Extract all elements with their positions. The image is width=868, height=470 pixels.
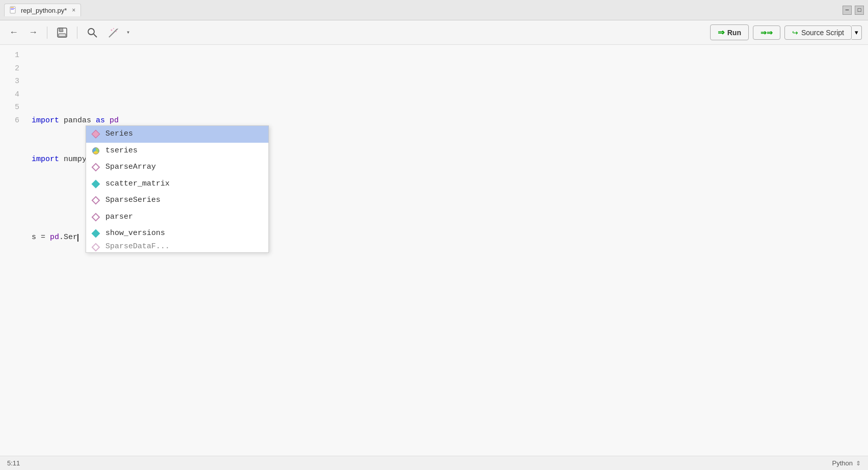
scatter-matrix-icon	[91, 179, 100, 189]
wand-dropdown[interactable]: ▾	[126, 29, 130, 36]
forward-icon: →	[29, 27, 38, 38]
source-script-group: ↪ Source Script ▾	[784, 25, 862, 40]
file-icon	[10, 6, 18, 14]
editor-area[interactable]: 1 2 3 4 5 6 import pandas as pd import n…	[0, 45, 868, 456]
tseries-icon	[91, 146, 100, 155]
run-label: Run	[727, 29, 741, 37]
autocomplete-item-tseries[interactable]: tseries	[86, 143, 268, 160]
line-num-4: 4	[6, 88, 19, 101]
language-arrows[interactable]: ⇕	[856, 460, 861, 467]
line-numbers: 1 2 3 4 5 6	[0, 49, 25, 452]
separator-1	[47, 27, 47, 39]
line-num-1: 1	[6, 49, 19, 62]
sparse-series-icon	[91, 196, 100, 205]
autocomplete-item-scatter-matrix[interactable]: scatter_matrix	[86, 176, 268, 193]
status-bar: 5:11 Python ⇕	[0, 456, 868, 470]
code-line-1	[32, 75, 862, 88]
line-num-2: 2	[6, 62, 19, 75]
svg-rect-3	[11, 9, 14, 10]
title-bar: repl_python.py* × ─ □	[0, 0, 868, 20]
search-button[interactable]	[84, 25, 101, 40]
svg-point-8	[88, 29, 94, 35]
svg-point-15	[116, 31, 117, 32]
toolbar-right: ⇒ Run ⇒⇒ ↪ Source Script ▾	[710, 24, 862, 40]
sparse-dataframe-icon	[91, 243, 100, 252]
save-button[interactable]	[53, 25, 71, 40]
save-icon	[57, 27, 68, 38]
series-icon	[91, 129, 100, 139]
svg-line-9	[94, 34, 97, 37]
autocomplete-item-sparse-dataframe[interactable]: SparseDataF...	[86, 242, 268, 252]
toolbar: ← → ▾ ⇒ Run	[0, 20, 868, 45]
source-dropdown-icon: ▾	[855, 29, 858, 36]
window-controls: ─ □	[843, 6, 864, 15]
autocomplete-item-sparse-array[interactable]: SparseArray	[86, 159, 268, 176]
separator-2	[77, 27, 77, 39]
tab-title: repl_python.py*	[21, 7, 67, 14]
code-line-6	[32, 270, 862, 283]
svg-point-13	[111, 29, 113, 31]
show-versions-icon	[91, 229, 100, 238]
autocomplete-item-series[interactable]: Series	[86, 126, 268, 143]
autocomplete-item-sparse-series[interactable]: SparseSeries	[86, 192, 268, 209]
line-num-6: 6	[6, 114, 19, 127]
autocomplete-item-parser[interactable]: parser	[86, 209, 268, 226]
cursor-position: 5:11	[7, 459, 20, 467]
minimize-button[interactable]: ─	[843, 6, 852, 15]
autocomplete-label-series: Series	[105, 128, 263, 140]
step-icon: ⇒⇒	[761, 29, 773, 37]
language-label: Python	[832, 459, 853, 467]
tab-close-button[interactable]: ×	[72, 7, 75, 14]
source-dropdown-button[interactable]: ▾	[852, 25, 862, 40]
line-num-5: 5	[6, 101, 19, 114]
svg-rect-1	[11, 7, 14, 8]
forward-button[interactable]: →	[25, 25, 41, 40]
search-icon	[87, 27, 98, 38]
autocomplete-item-show-versions[interactable]: show_versions	[86, 225, 268, 242]
svg-rect-2	[11, 8, 15, 9]
source-script-label: Source Script	[801, 29, 844, 37]
autocomplete-label-scatter-matrix: scatter_matrix	[105, 178, 263, 190]
editor-tab[interactable]: repl_python.py* ×	[4, 4, 81, 16]
autocomplete-label-sparse-dataframe: SparseDataF...	[105, 242, 263, 252]
line-num-3: 3	[6, 75, 19, 88]
svg-line-11	[109, 36, 110, 37]
back-icon: ←	[9, 27, 18, 38]
parser-icon	[91, 213, 100, 222]
wand-icon	[108, 27, 119, 38]
svg-rect-5	[59, 28, 63, 32]
svg-rect-7	[63, 29, 64, 31]
wand-button[interactable]	[105, 25, 122, 40]
autocomplete-label-sparse-array: SparseArray	[105, 162, 263, 173]
back-button[interactable]: ←	[6, 25, 21, 40]
source-arrow-icon: ↪	[792, 29, 798, 37]
run-arrow-icon: ⇒	[718, 28, 724, 37]
autocomplete-label-sparse-series: SparseSeries	[105, 195, 263, 206]
source-script-button[interactable]: ↪ Source Script	[784, 25, 852, 40]
autocomplete-label-tseries: tseries	[105, 145, 263, 157]
sparse-array-icon	[91, 163, 100, 172]
editor-container: 1 2 3 4 5 6 import pandas as pd import n…	[0, 45, 868, 456]
step-button[interactable]: ⇒⇒	[753, 25, 780, 40]
run-button[interactable]: ⇒ Run	[710, 24, 749, 40]
svg-rect-6	[59, 34, 66, 37]
status-right: Python ⇕	[832, 459, 861, 467]
autocomplete-label-show-versions: show_versions	[105, 228, 263, 240]
svg-point-14	[113, 28, 114, 29]
autocomplete-label-parser: parser	[105, 212, 263, 223]
autocomplete-dropdown: Series tseries SparseArray scatter_matri…	[86, 125, 269, 253]
maximize-button[interactable]: □	[855, 6, 864, 15]
